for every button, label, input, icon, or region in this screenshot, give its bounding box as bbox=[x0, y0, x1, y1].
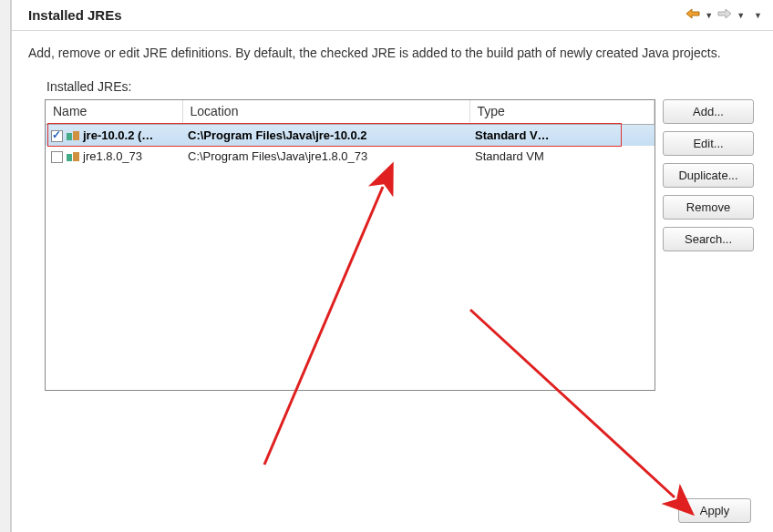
nav-forward-icon[interactable] bbox=[716, 7, 733, 23]
row-name: jre-10.0.2 (… bbox=[83, 128, 153, 142]
list-label: Installed JREs: bbox=[46, 79, 757, 94]
edit-button[interactable]: Edit... bbox=[663, 131, 754, 156]
row-location: C:\Program Files\Java\jre1.8.0_73 bbox=[182, 146, 469, 167]
col-location[interactable]: Location bbox=[182, 100, 469, 125]
nav-back-icon[interactable] bbox=[685, 7, 701, 23]
col-type[interactable]: Type bbox=[469, 100, 654, 125]
col-name[interactable]: Name bbox=[46, 100, 182, 125]
apply-button[interactable]: Apply bbox=[678, 498, 751, 523]
nav-forward-dropdown[interactable]: ▼ bbox=[737, 11, 745, 20]
add-button[interactable]: Add... bbox=[663, 99, 754, 124]
row-type: Standard V… bbox=[469, 125, 654, 147]
header: Installed JREs ▼ ▼ ▼ bbox=[12, 0, 773, 31]
row-name: jre1.8.0_73 bbox=[83, 149, 142, 163]
jre-table[interactable]: Name Location Type jre-10.0.2 (…C:\Progr… bbox=[45, 99, 655, 391]
jre-library-icon bbox=[67, 131, 81, 142]
description-text: Add, remove or edit JRE definitions. By … bbox=[28, 44, 757, 63]
row-checkbox[interactable] bbox=[51, 151, 63, 163]
page-title: Installed JREs bbox=[28, 7, 685, 23]
row-type: Standard VM bbox=[469, 146, 654, 167]
duplicate-button[interactable]: Duplicate... bbox=[663, 163, 754, 188]
search-button[interactable]: Search... bbox=[663, 227, 754, 251]
nav-back-dropdown[interactable]: ▼ bbox=[705, 11, 713, 20]
table-row[interactable]: jre-10.0.2 (…C:\Program Files\Java\jre-1… bbox=[46, 125, 654, 147]
row-checkbox[interactable] bbox=[51, 130, 63, 142]
table-row[interactable]: jre1.8.0_73C:\Program Files\Java\jre1.8.… bbox=[46, 146, 654, 167]
row-location: C:\Program Files\Java\jre-10.0.2 bbox=[182, 125, 469, 147]
left-panel-stub bbox=[0, 0, 11, 532]
nav-menu-dropdown[interactable]: ▼ bbox=[754, 11, 762, 20]
remove-button[interactable]: Remove bbox=[663, 195, 754, 220]
jre-library-icon bbox=[67, 152, 81, 163]
